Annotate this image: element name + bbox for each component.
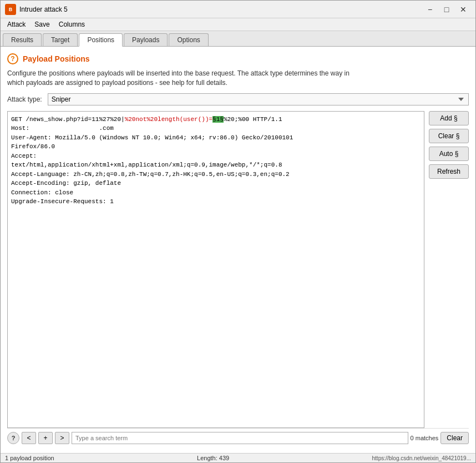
request-editor-container: GET /news_show.php?id=11%27%20|%20not%20… xyxy=(7,111,424,428)
search-bar: ? < + > 0 matches Clear xyxy=(7,428,469,446)
refresh-button[interactable]: Refresh xyxy=(429,164,469,179)
search-plus-button[interactable]: + xyxy=(38,432,53,444)
request-editor[interactable]: GET /news_show.php?id=11%27%20|%20not%20… xyxy=(8,112,424,427)
status-url: https://blog.csdn.net/weixin_48421019... xyxy=(372,455,471,461)
request-line1-end: %20;%00 HTTP/1.1 Host: .com User-Agent: … xyxy=(11,116,293,205)
tab-results[interactable]: Results xyxy=(3,33,42,46)
request-marker-close: § xyxy=(220,116,224,123)
tab-positions[interactable]: Positions xyxy=(79,33,123,47)
search-input[interactable] xyxy=(72,432,408,444)
search-prev-button[interactable]: < xyxy=(22,432,36,444)
menu-bar: Attack Save Columns xyxy=(1,18,475,31)
match-count: 0 matches xyxy=(411,435,439,441)
title-bar: B Intruder attack 5 − □ ✕ xyxy=(1,1,475,18)
maximize-button[interactable]: □ xyxy=(439,3,454,16)
section-header: ? Payload Positions xyxy=(7,53,469,64)
clear-search-button[interactable]: Clear xyxy=(440,432,469,444)
app-icon: B xyxy=(5,4,16,15)
window-title: Intruder attack 5 xyxy=(19,6,422,13)
length-status: Length: 439 xyxy=(197,455,229,461)
add-section-button[interactable]: Add § xyxy=(429,111,469,125)
search-next-button[interactable]: > xyxy=(55,432,69,444)
section-title: Payload Positions xyxy=(23,54,90,63)
menu-columns[interactable]: Columns xyxy=(54,19,89,29)
tab-target[interactable]: Target xyxy=(43,33,78,46)
attack-type-select[interactable]: Sniper Battering ram Pitchfork Cluster b… xyxy=(48,93,469,105)
clear-section-button[interactable]: Clear § xyxy=(429,129,469,143)
attack-type-label: Attack type: xyxy=(7,95,42,103)
main-window: B Intruder attack 5 − □ ✕ Attack Save Co… xyxy=(0,0,476,463)
menu-save[interactable]: Save xyxy=(30,19,54,29)
request-line1-pre: GET /news_show.php?id=11%27%20 xyxy=(11,116,121,123)
tab-payloads[interactable]: Payloads xyxy=(124,33,168,46)
window-controls: − □ ✕ xyxy=(422,3,471,16)
main-content: ? Payload Positions Configure the positi… xyxy=(1,47,475,453)
editor-area: GET /news_show.php?id=11%27%20|%20not%20… xyxy=(7,111,469,428)
request-highlight-mid: | xyxy=(121,116,125,123)
auto-section-button[interactable]: Auto § xyxy=(429,147,469,161)
section-description: Configure the positions where payloads w… xyxy=(7,69,469,88)
buttons-panel: Add § Clear § Auto § Refresh xyxy=(427,111,469,428)
tabs-bar: Results Target Positions Payloads Option… xyxy=(1,31,475,47)
minimize-button[interactable]: − xyxy=(422,3,438,16)
attack-type-row: Attack type: Sniper Battering ram Pitchf… xyxy=(7,93,469,105)
close-button[interactable]: ✕ xyxy=(455,3,471,16)
request-highlight-url: %20not%20length(user())= xyxy=(125,116,212,123)
section-help-icon[interactable]: ? xyxy=(7,53,18,64)
search-help-button[interactable]: ? xyxy=(7,432,19,444)
payload-position-status: 1 payload position xyxy=(5,455,54,461)
tab-options[interactable]: Options xyxy=(169,33,208,46)
menu-attack[interactable]: Attack xyxy=(3,19,30,29)
request-marker-open: § xyxy=(212,116,216,123)
status-bar: 1 payload position Length: 439 https://b… xyxy=(1,453,475,462)
